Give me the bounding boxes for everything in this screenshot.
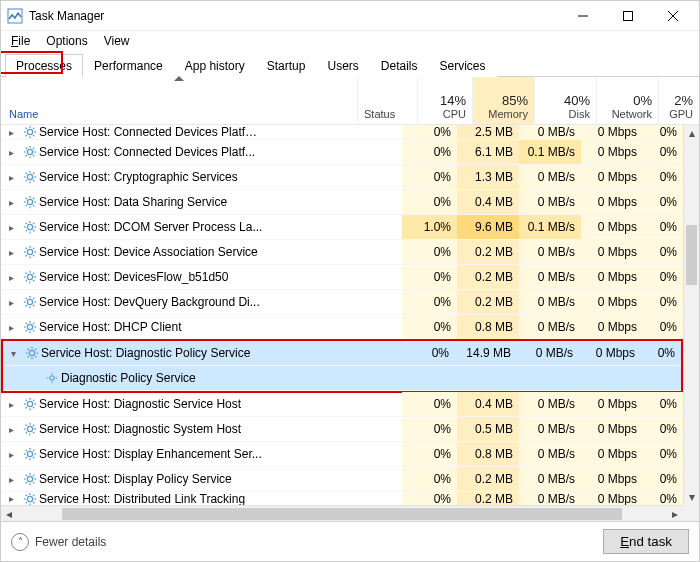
- expand-toggle[interactable]: ▸: [1, 290, 21, 314]
- svg-line-64: [26, 273, 27, 274]
- table-row[interactable]: Diagnostic Policy Service: [3, 366, 681, 391]
- expand-toggle[interactable]: ▸: [1, 442, 21, 466]
- col-memory[interactable]: 85% Memory: [473, 77, 535, 124]
- svg-line-123: [26, 450, 27, 451]
- expand-toggle[interactable]: ▸: [1, 165, 21, 189]
- maximize-button[interactable]: [605, 1, 650, 30]
- col-name[interactable]: Name: [1, 77, 358, 124]
- table-row[interactable]: ▸Service Host: DHCP Client0%0.8 MB0 MB/s…: [1, 315, 683, 340]
- svg-line-67: [33, 273, 34, 274]
- gpu-value: 0%: [641, 341, 681, 365]
- table-row[interactable]: ▸Service Host: Device Association Servic…: [1, 240, 683, 265]
- disk-value: 0 MB/s: [519, 265, 581, 289]
- tab-performance[interactable]: Performance: [83, 54, 174, 77]
- process-name: Service Host: Diagnostic Policy Service: [41, 341, 340, 365]
- tab-startup[interactable]: Startup: [256, 54, 317, 77]
- expand-toggle[interactable]: ▸: [1, 240, 21, 264]
- svg-point-118: [27, 451, 32, 456]
- network-value: 0 Mbps: [581, 265, 643, 289]
- memory-value: 14.9 MB: [455, 341, 517, 365]
- tab-users[interactable]: Users: [316, 54, 369, 77]
- scroll-corner: [683, 505, 699, 521]
- cpu-value: 0%: [402, 392, 457, 416]
- table-row[interactable]: ▸Service Host: Diagnostic Service Host0%…: [1, 392, 683, 417]
- expand-toggle[interactable]: ▸: [1, 190, 21, 214]
- scroll-thumb-h[interactable]: [62, 508, 622, 520]
- expand-toggle[interactable]: ▾: [3, 341, 23, 365]
- table-row[interactable]: ▸Service Host: DevQuery Background Di...…: [1, 290, 683, 315]
- expand-toggle[interactable]: ▸: [1, 417, 21, 441]
- process-name: Service Host: Diagnostic System Host: [39, 417, 342, 441]
- gpu-value: 0%: [643, 492, 683, 505]
- gear-icon: [21, 442, 39, 466]
- svg-line-116: [26, 432, 27, 433]
- network-value: 0 Mbps: [581, 125, 643, 139]
- scroll-thumb-v[interactable]: [686, 225, 697, 285]
- col-network[interactable]: 0% Network: [597, 77, 659, 124]
- expand-toggle[interactable]: ▸: [1, 315, 21, 339]
- network-value: 0 Mbps: [581, 392, 643, 416]
- memory-value: 0.2 MB: [457, 240, 519, 264]
- tab-app-history[interactable]: App history: [174, 54, 256, 77]
- end-task-button[interactable]: End task: [603, 529, 689, 554]
- process-status: [342, 140, 402, 164]
- table-row[interactable]: ▸Service Host: Connected Devices Platf…0…: [1, 125, 683, 140]
- table-row[interactable]: ▸Service Host: DevicesFlow_b51d500%0.2 M…: [1, 265, 683, 290]
- svg-line-115: [33, 432, 34, 433]
- process-name: Service Host: Connected Devices Platf…: [39, 125, 342, 139]
- expand-toggle[interactable]: ▸: [1, 215, 21, 239]
- scroll-up-button[interactable]: ▴: [684, 125, 699, 141]
- disk-value: 0.1 MB/s: [519, 215, 581, 239]
- col-cpu[interactable]: 14% CPU: [418, 77, 473, 124]
- expand-toggle[interactable]: ▸: [1, 392, 21, 416]
- menu-options[interactable]: Options: [40, 34, 93, 48]
- scroll-right-button[interactable]: ▸: [667, 507, 683, 521]
- memory-value: 0.2 MB: [457, 265, 519, 289]
- menu-view[interactable]: View: [98, 34, 136, 48]
- expand-toggle[interactable]: ▸: [1, 492, 21, 505]
- svg-point-14: [27, 149, 32, 154]
- col-disk[interactable]: 40% Disk: [535, 77, 597, 124]
- svg-line-31: [33, 173, 34, 174]
- table-row[interactable]: ▸Service Host: DCOM Server Process La...…: [1, 215, 683, 240]
- col-status[interactable]: Status: [358, 77, 418, 124]
- network-value: 0 Mbps: [581, 492, 643, 505]
- gpu-value: 0%: [643, 215, 683, 239]
- expand-toggle[interactable]: ▸: [1, 140, 21, 164]
- scroll-down-button[interactable]: ▾: [684, 489, 699, 505]
- tab-services[interactable]: Services: [429, 54, 497, 77]
- cpu-value: 0%: [402, 442, 457, 466]
- expand-toggle[interactable]: ▸: [1, 265, 21, 289]
- process-status: [342, 417, 402, 441]
- disk-value: 0 MB/s: [519, 467, 581, 491]
- menu-file[interactable]: File: [5, 34, 36, 48]
- tab-processes[interactable]: Processes: [5, 54, 83, 77]
- minimize-button[interactable]: [560, 1, 605, 30]
- close-button[interactable]: [650, 1, 695, 30]
- horizontal-scrollbar[interactable]: ◂ ▸: [1, 505, 683, 521]
- svg-line-83: [33, 330, 34, 331]
- scroll-left-button[interactable]: ◂: [1, 507, 17, 521]
- expand-toggle[interactable]: ▸: [1, 467, 21, 491]
- service-gear-icon: [43, 366, 61, 390]
- process-name: Diagnostic Policy Service: [61, 366, 340, 390]
- table-row[interactable]: ▸Service Host: Diagnostic System Host0%0…: [1, 417, 683, 442]
- process-status: [342, 467, 402, 491]
- vertical-scrollbar[interactable]: ▴ ▾: [683, 125, 699, 505]
- annotation-highlight-selection: ▾Service Host: Diagnostic Policy Service…: [1, 339, 683, 393]
- expand-toggle[interactable]: ▸: [1, 125, 21, 139]
- table-row[interactable]: ▸Service Host: Display Enhancement Ser..…: [1, 442, 683, 467]
- tab-details[interactable]: Details: [370, 54, 429, 77]
- table-row[interactable]: ▸Service Host: Distributed Link Tracking…: [1, 492, 683, 505]
- col-gpu[interactable]: 2% GPU: [659, 77, 699, 124]
- process-status: [342, 492, 402, 505]
- table-row[interactable]: ▾Service Host: Diagnostic Policy Service…: [3, 341, 681, 366]
- fewer-details-button[interactable]: ˄ Fewer details: [11, 533, 106, 551]
- table-row[interactable]: ▸Service Host: Cryptographic Services0%1…: [1, 165, 683, 190]
- table-row[interactable]: ▸Service Host: Display Policy Service0%0…: [1, 467, 683, 492]
- table-row[interactable]: ▸Service Host: Data Sharing Service0%0.4…: [1, 190, 683, 215]
- svg-line-132: [26, 475, 27, 476]
- process-name: Service Host: DevicesFlow_b51d50: [39, 265, 342, 289]
- table-row[interactable]: ▸Service Host: Connected Devices Platf..…: [1, 140, 683, 165]
- svg-line-46: [26, 223, 27, 224]
